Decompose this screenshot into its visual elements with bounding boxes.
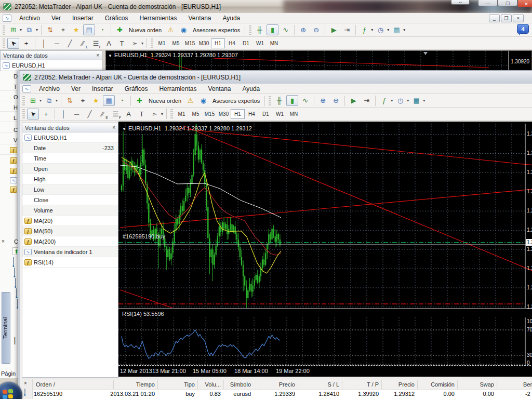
timeframe-m15[interactable]: M15 xyxy=(183,38,197,48)
chart-bars-icon[interactable]: ╫ xyxy=(254,24,265,35)
periods-icon[interactable]: ◷ xyxy=(375,24,387,35)
menu-item-ver[interactable]: Ver xyxy=(46,14,66,23)
chevron-down-icon[interactable]: ▼ xyxy=(122,127,126,131)
vertical-line-icon[interactable]: │ xyxy=(58,109,70,119)
chart-line-icon[interactable]: ∿ xyxy=(280,24,291,35)
menu-item-ventana[interactable]: Ventana xyxy=(182,14,217,23)
navigator-icon[interactable]: ★ xyxy=(70,24,82,35)
close-icon[interactable]: × xyxy=(112,125,115,130)
timeframe-m1[interactable]: M1 xyxy=(175,109,189,119)
market-watch-icon[interactable]: ⇅ xyxy=(44,24,56,35)
expert-advisors-icon[interactable]: ◉ xyxy=(178,24,190,35)
menu-item-herramientas[interactable]: Herramientas xyxy=(153,84,202,94)
new-order-icon[interactable]: ✚ xyxy=(114,24,126,35)
shapes-dropdown-icon[interactable]: ▾ xyxy=(141,41,143,46)
horizontal-line-icon[interactable]: ─ xyxy=(71,109,83,119)
timeframe-m30[interactable]: M30 xyxy=(197,38,211,48)
terminal-col-orden[interactable]: Orden / xyxy=(36,381,55,388)
fibonacci-icon[interactable]: ☰F xyxy=(90,38,102,49)
timeframe-m5[interactable]: M5 xyxy=(169,38,183,48)
terminal-tab[interactable]: Terminal xyxy=(2,292,10,364)
indicators-dropdown-icon[interactable]: ▾ xyxy=(371,28,373,32)
terminal-close-icon[interactable]: × xyxy=(24,380,27,386)
menu-item-insertar[interactable]: Insertar xyxy=(86,84,119,94)
rsi-header-strip[interactable]: RSI(14) 53.5596 xyxy=(118,308,532,317)
timeframe-h1[interactable]: H1 xyxy=(231,109,245,119)
zoom-out-icon[interactable]: ⊖ xyxy=(310,24,322,35)
close-icon[interactable]: × xyxy=(96,52,99,58)
terminal-col-tp[interactable]: T / P xyxy=(367,381,379,388)
strategy-tester-icon[interactable]: ◔ xyxy=(116,95,128,106)
new-chart-icon[interactable]: ⊞ xyxy=(7,24,19,35)
nueva-orden-label[interactable]: Nueva orden xyxy=(146,98,184,104)
crosshair-cursor-icon[interactable]: ⌖ xyxy=(77,95,89,106)
buy-order-label[interactable]: #162595190 buy xyxy=(123,233,165,240)
timeframe-mn[interactable]: MN xyxy=(267,38,281,48)
templates-dropdown-icon[interactable]: ▾ xyxy=(423,98,425,103)
menu-item-insertar[interactable]: Insertar xyxy=(66,14,99,23)
menu-item-ver[interactable]: Ver xyxy=(65,84,86,94)
text-label-icon[interactable]: T xyxy=(136,109,148,119)
timeframe-mn[interactable]: MN xyxy=(287,109,301,119)
templates-dropdown-icon[interactable]: ▾ xyxy=(403,28,405,32)
asesores-expertos-label[interactable]: Asesores expertos xyxy=(210,98,262,104)
timeframe-h4[interactable]: H4 xyxy=(245,109,259,119)
history-doc-icon[interactable] xyxy=(13,257,14,267)
profiles-icon[interactable]: ⧉ xyxy=(23,24,35,35)
crosshair-cursor-icon[interactable]: ⌖ xyxy=(57,24,69,35)
auto-scroll-icon[interactable]: ▶ xyxy=(348,95,360,106)
terminal-col-smbolo[interactable]: Símbolo xyxy=(230,381,251,388)
history-doc-icon[interactable] xyxy=(14,268,15,277)
market-watch-icon[interactable]: ⇅ xyxy=(64,95,76,106)
timeframe-d1[interactable]: D1 xyxy=(259,109,273,119)
new-chart-icon[interactable]: ⊞ xyxy=(27,95,39,106)
cursor-icon[interactable]: ➤ xyxy=(27,109,39,119)
shapes-icon[interactable]: ➣ xyxy=(149,109,161,119)
indicators-icon[interactable]: ƒ xyxy=(378,95,390,106)
zoom-in-icon[interactable]: ⊕ xyxy=(317,95,329,106)
terminal-col-tipo[interactable]: Tipo xyxy=(184,381,195,388)
periods-dropdown-icon[interactable]: ▾ xyxy=(387,28,389,32)
shapes-dropdown-icon[interactable]: ▾ xyxy=(161,112,163,116)
asesores-expertos-label[interactable]: Asesores expertos xyxy=(190,27,243,33)
data-window-icon[interactable]: ▤ xyxy=(83,24,95,35)
periods-dropdown-icon[interactable]: ▾ xyxy=(407,98,409,103)
chart-shift-icon[interactable]: ⇥ xyxy=(361,95,373,106)
menu-item-ventana[interactable]: Ventana xyxy=(202,84,236,94)
text-tool-icon[interactable]: A xyxy=(123,109,135,119)
close-button[interactable]: ✕ xyxy=(517,0,532,7)
menu-item-herramientas[interactable]: Herramientas xyxy=(134,14,182,23)
navigator-icon[interactable]: ★ xyxy=(90,95,102,106)
profiles-dropdown-icon[interactable]: ▾ xyxy=(36,28,38,32)
terminal-col-swap[interactable]: Swap xyxy=(480,381,494,388)
chart-bars-icon[interactable]: ╫ xyxy=(273,95,285,106)
menu-item-grficos[interactable]: Gráficos xyxy=(99,14,134,23)
text-label-icon[interactable]: T xyxy=(116,38,128,49)
vertical-line-icon[interactable]: │ xyxy=(38,38,50,49)
front-titlebar[interactable]: 272052: MetaTrader - Alpari UK - Cuenta … xyxy=(20,71,532,84)
timeframe-w1[interactable]: W1 xyxy=(273,109,287,119)
autotrading-warning-icon[interactable]: ⚠ xyxy=(165,24,177,35)
text-tool-icon[interactable]: A xyxy=(103,38,115,49)
cursor-icon[interactable]: ➤ xyxy=(7,38,19,49)
back-titlebar[interactable]: 272052: MetaTrader - Alpari UK - Cuenta … xyxy=(0,0,532,13)
chevron-down-icon[interactable]: ▼ xyxy=(108,54,112,58)
equidistant-channel-icon[interactable]: ∕∕E xyxy=(97,109,109,119)
timeframe-w1[interactable]: W1 xyxy=(253,38,267,48)
timeframe-h4[interactable]: H4 xyxy=(225,38,239,48)
time-axis[interactable]: 12 Mar 201313 Mar 21:0015 Mar 05:0018 Ma… xyxy=(118,365,532,376)
horizontal-line-icon[interactable]: ─ xyxy=(51,38,63,49)
strategy-tester-icon[interactable]: ◔ xyxy=(96,24,108,35)
shapes-icon[interactable]: ➣ xyxy=(129,38,141,49)
timeframe-m1[interactable]: M1 xyxy=(155,38,169,48)
chart-candles-icon[interactable]: ▮ xyxy=(267,24,278,35)
timeframe-m5[interactable]: M5 xyxy=(189,109,203,119)
chart-line-icon[interactable]: ∿ xyxy=(299,95,311,106)
menu-item-grficos[interactable]: Gráficos xyxy=(119,84,154,94)
menu-item-archivo[interactable]: Archivo xyxy=(14,14,46,23)
timeframe-m15[interactable]: M15 xyxy=(203,109,217,119)
chart-shift-icon[interactable]: ⇥ xyxy=(341,24,353,35)
indicators-dropdown-icon[interactable]: ▾ xyxy=(391,98,393,103)
mdi-close-button[interactable]: × xyxy=(513,15,524,22)
zoom-in-icon[interactable]: ⊕ xyxy=(297,24,309,35)
